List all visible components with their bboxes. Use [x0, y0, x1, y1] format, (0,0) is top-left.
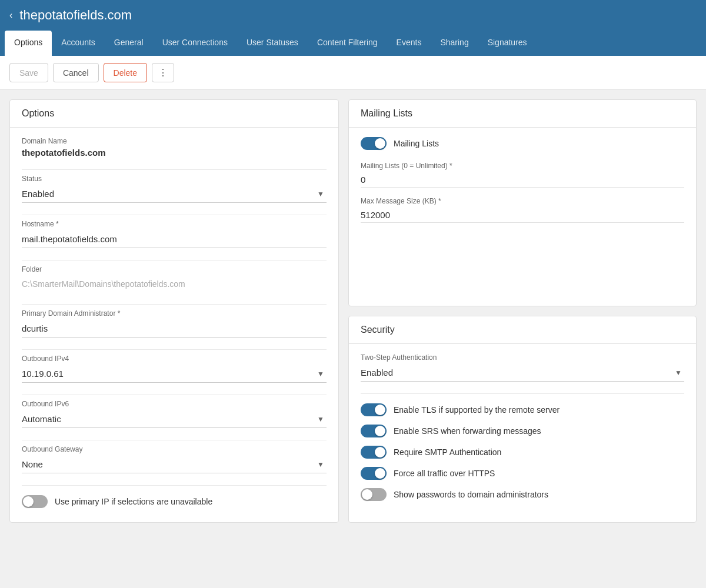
domain-name-label: Domain Name — [22, 137, 327, 145]
status-label: Status — [22, 175, 327, 183]
tab-accounts[interactable]: Accounts — [52, 31, 105, 56]
mailing-lists-count-value: 0 — [361, 172, 684, 188]
show-passwords-toggle[interactable] — [361, 488, 387, 501]
srs-label: Enable SRS when forwarding messages — [394, 426, 541, 436]
security-panel: Security Two-Step Authentication Enabled… — [348, 316, 697, 523]
two-step-auth-select[interactable]: Enabled Disabled — [361, 364, 684, 382]
force-https-toggle[interactable] — [361, 467, 387, 480]
outbound-ipv6-select[interactable]: Automatic — [22, 410, 327, 428]
primary-ip-label: Use primary IP if selections are unavail… — [55, 497, 212, 506]
two-step-auth-field: Two-Step Authentication Enabled Disabled… — [361, 353, 684, 382]
show-passwords-label: Show passwords to domain administrators — [394, 490, 548, 499]
mailing-lists-toggle-label: Mailing Lists — [394, 139, 439, 148]
toolbar: Save Cancel Delete ⋮ — [0, 56, 706, 90]
hostname-field: Hostname * — [22, 220, 327, 248]
right-panels: Mailing Lists Mailing Lists Mailing List… — [348, 99, 697, 523]
status-select[interactable]: Enabled Disabled — [22, 185, 327, 203]
max-message-size-field: Max Message Size (KB) * 512000 — [361, 197, 684, 223]
tls-toggle-row: Enable TLS if supported by the remote se… — [361, 403, 684, 416]
more-button[interactable]: ⋮ — [152, 63, 174, 82]
outbound-gateway-select-wrapper: None ▼ — [22, 456, 327, 473]
primary-ip-toggle[interactable] — [22, 495, 48, 508]
max-message-size-value: 512000 — [361, 208, 684, 223]
tls-toggle[interactable] — [361, 403, 387, 416]
folder-label: Folder — [22, 265, 327, 273]
force-https-label: Force all traffic over HTTPS — [394, 469, 495, 478]
save-button[interactable]: Save — [9, 63, 48, 82]
tls-label: Enable TLS if supported by the remote se… — [394, 405, 560, 415]
primary-admin-label: Primary Domain Administrator * — [22, 309, 327, 318]
smtp-auth-toggle[interactable] — [361, 446, 387, 459]
primary-admin-field: Primary Domain Administrator * — [22, 309, 327, 338]
two-step-auth-select-wrapper: Enabled Disabled ▼ — [361, 364, 684, 382]
mailing-lists-toggle[interactable] — [361, 137, 387, 150]
options-panel: Options Domain Name thepotatofields.com … — [9, 99, 339, 523]
mailing-lists-count-field: Mailing Lists (0 = Unlimited) * 0 — [361, 162, 684, 188]
smtp-auth-toggle-row: Require SMTP Authentication — [361, 446, 684, 459]
status-select-wrapper: Enabled Disabled ▼ — [22, 185, 327, 203]
primary-ip-row: Use primary IP if selections are unavail… — [22, 495, 327, 508]
mailing-lists-panel-title: Mailing Lists — [349, 100, 696, 128]
mailing-lists-toggle-row: Mailing Lists — [361, 137, 684, 150]
outbound-ipv4-label: Outbound IPv4 — [22, 355, 327, 363]
max-message-size-label: Max Message Size (KB) * — [361, 197, 684, 205]
mailing-lists-count-label: Mailing Lists (0 = Unlimited) * — [361, 162, 684, 170]
tab-options[interactable]: Options — [5, 31, 52, 56]
cancel-button[interactable]: Cancel — [53, 63, 99, 82]
hostname-input[interactable] — [22, 230, 327, 248]
tab-user-connections[interactable]: User Connections — [153, 31, 237, 56]
main-content: Options Domain Name thepotatofields.com … — [0, 90, 706, 532]
status-field: Status Enabled Disabled ▼ — [22, 175, 327, 203]
two-step-auth-label: Two-Step Authentication — [361, 353, 684, 362]
smtp-auth-label: Require SMTP Authentication — [394, 447, 501, 457]
tab-content-filtering[interactable]: Content Filtering — [308, 31, 387, 56]
hostname-label: Hostname * — [22, 220, 327, 228]
back-button[interactable]: ‹ — [9, 10, 12, 21]
folder-placeholder: C:\SmarterMail\Domains\thepotatofields.c… — [22, 276, 327, 292]
domain-name-value: thepotatofields.com — [22, 148, 327, 158]
tab-events[interactable]: Events — [387, 31, 431, 56]
outbound-ipv4-select-wrapper: 10.19.0.61 ▼ — [22, 365, 327, 383]
outbound-gateway-field: Outbound Gateway None ▼ — [22, 445, 327, 473]
outbound-ipv4-select[interactable]: 10.19.0.61 — [22, 365, 327, 383]
delete-button[interactable]: Delete — [104, 63, 147, 82]
show-passwords-toggle-row: Show passwords to domain administrators — [361, 488, 684, 501]
options-panel-title: Options — [10, 100, 338, 128]
domain-title: thepotatofields.com — [19, 8, 132, 23]
tab-signatures[interactable]: Signatures — [478, 31, 537, 56]
mailing-lists-panel: Mailing Lists Mailing Lists Mailing List… — [348, 99, 697, 306]
tab-bar: Options Accounts General User Connection… — [0, 31, 706, 56]
outbound-ipv4-field: Outbound IPv4 10.19.0.61 ▼ — [22, 355, 327, 383]
security-panel-title: Security — [349, 316, 696, 344]
outbound-ipv6-field: Outbound IPv6 Automatic ▼ — [22, 400, 327, 428]
outbound-ipv6-label: Outbound IPv6 — [22, 400, 327, 408]
domain-name-field: Domain Name thepotatofields.com — [22, 137, 327, 158]
header: ‹ thepotatofields.com — [0, 0, 706, 31]
tab-sharing[interactable]: Sharing — [431, 31, 478, 56]
srs-toggle[interactable] — [361, 425, 387, 437]
tab-user-statuses[interactable]: User Statuses — [237, 31, 308, 56]
primary-admin-input[interactable] — [22, 320, 327, 338]
folder-field: Folder C:\SmarterMail\Domains\thepotatof… — [22, 265, 327, 292]
srs-toggle-row: Enable SRS when forwarding messages — [361, 425, 684, 437]
outbound-gateway-label: Outbound Gateway — [22, 445, 327, 453]
outbound-gateway-select[interactable]: None — [22, 456, 327, 473]
tab-general[interactable]: General — [105, 31, 153, 56]
outbound-ipv6-select-wrapper: Automatic ▼ — [22, 410, 327, 428]
force-https-toggle-row: Force all traffic over HTTPS — [361, 467, 684, 480]
